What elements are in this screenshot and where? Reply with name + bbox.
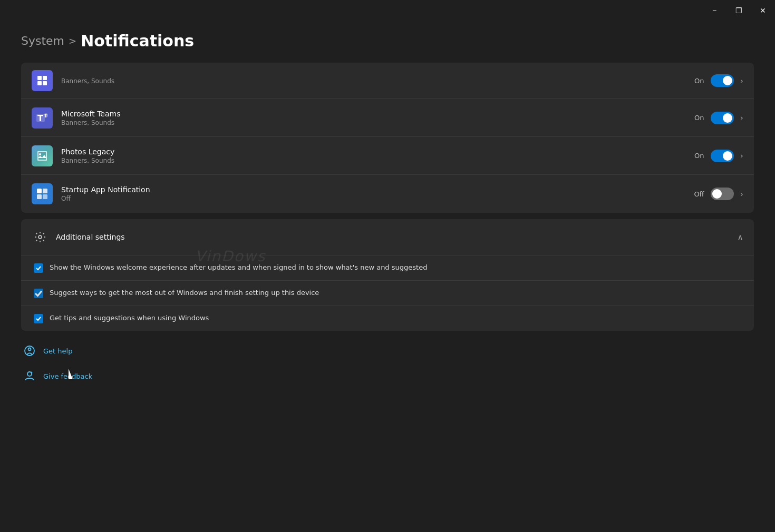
breadcrumb-current: Notifications xyxy=(81,32,194,50)
app-subtitle-photos: Banners, Sounds xyxy=(61,157,694,164)
app-icon-teams: T T xyxy=(32,107,53,129)
minimize-button[interactable]: − xyxy=(702,0,726,21)
restore-button[interactable]: ❐ xyxy=(726,0,751,21)
setting-right-teams: On › xyxy=(694,112,743,124)
main-content: System > Notifications Banners, Sounds O… xyxy=(0,0,775,532)
svg-point-15 xyxy=(28,348,31,351)
get-help-label: Get help xyxy=(43,347,72,355)
app-row-startup: Startup App Notification Off Off › xyxy=(21,175,754,213)
app-subtitle-startup: Off xyxy=(61,195,694,202)
svg-rect-3 xyxy=(43,81,47,85)
checkbox-tips[interactable] xyxy=(34,314,43,323)
title-bar: − ❐ ✕ xyxy=(702,0,775,21)
chevron-right-teams[interactable]: › xyxy=(740,113,743,123)
svg-point-13 xyxy=(38,235,42,239)
app-notifications-list: Banners, Sounds On › T T Micr xyxy=(21,63,754,213)
checkbox-item-tips: Get tips and suggestions when using Wind… xyxy=(21,306,754,331)
app-row-photos: Photos Legacy Banners, Sounds On › xyxy=(21,137,754,175)
give-feedback-label: Give feedback xyxy=(43,372,92,380)
app-icon-partial xyxy=(32,70,53,91)
app-icon-photos xyxy=(32,145,53,166)
svg-rect-0 xyxy=(37,76,42,80)
app-name-startup: Startup App Notification xyxy=(61,185,694,194)
checkbox-label-suggest: Suggest ways to get the most out of Wind… xyxy=(50,288,743,298)
setting-right-startup: Off › xyxy=(694,188,743,200)
app-row-partial: Banners, Sounds On › xyxy=(21,63,754,99)
app-info-startup: Startup App Notification Off xyxy=(61,185,694,202)
svg-point-8 xyxy=(39,153,41,155)
chevron-right-startup[interactable]: › xyxy=(740,189,743,199)
additional-settings-section: Additional settings ∧ Show the Windows w… xyxy=(21,219,754,331)
checkbox-item-welcome: Show the Windows welcome experience afte… xyxy=(21,255,754,281)
setting-right-partial: On › xyxy=(694,74,743,87)
checkbox-welcome[interactable] xyxy=(34,263,43,273)
close-button[interactable]: ✕ xyxy=(751,0,775,21)
footer-links: Get help Give feedback xyxy=(21,339,754,388)
app-name-photos: Photos Legacy xyxy=(61,147,694,156)
toggle-photos[interactable] xyxy=(711,150,734,162)
additional-settings-title: Additional settings xyxy=(56,233,737,241)
setting-right-photos: On › xyxy=(694,150,743,162)
toggle-label-photos: On xyxy=(694,152,704,160)
svg-rect-9 xyxy=(37,189,42,193)
toggle-knob-teams xyxy=(723,113,732,123)
additional-settings-icon xyxy=(32,229,49,245)
additional-settings-header[interactable]: Additional settings ∧ xyxy=(21,219,754,255)
chevron-up-icon[interactable]: ∧ xyxy=(737,232,743,242)
app-info-photos: Photos Legacy Banners, Sounds xyxy=(61,147,694,164)
checkbox-item-suggest: Suggest ways to get the most out of Wind… xyxy=(21,281,754,306)
app-info-partial: Banners, Sounds xyxy=(61,76,694,85)
svg-rect-12 xyxy=(43,194,47,199)
app-name-teams: Microsoft Teams xyxy=(61,110,694,118)
app-row-teams: T T Microsoft Teams Banners, Sounds On › xyxy=(21,99,754,137)
get-help-link[interactable]: Get help xyxy=(21,339,754,362)
toggle-label-partial: On xyxy=(694,77,704,85)
breadcrumb-separator: > xyxy=(69,35,76,46)
breadcrumb-system[interactable]: System xyxy=(21,34,64,47)
breadcrumb: System > Notifications xyxy=(21,32,754,50)
app-icon-startup xyxy=(32,183,53,204)
svg-text:T: T xyxy=(37,113,43,123)
give-feedback-link[interactable]: Give feedback xyxy=(21,364,754,388)
app-info-teams: Microsoft Teams Banners, Sounds xyxy=(61,110,694,126)
chevron-right-photos[interactable]: › xyxy=(740,151,743,161)
toggle-knob-partial xyxy=(723,76,732,85)
toggle-partial[interactable] xyxy=(711,74,734,87)
toggle-label-startup: Off xyxy=(694,190,704,198)
app-subtitle-partial: Banners, Sounds xyxy=(61,77,694,85)
toggle-teams[interactable] xyxy=(711,112,734,124)
get-help-icon xyxy=(23,344,36,357)
checkbox-label-welcome: Show the Windows welcome experience afte… xyxy=(50,263,743,272)
svg-text:T: T xyxy=(44,114,47,119)
checkbox-label-tips: Get tips and suggestions when using Wind… xyxy=(50,313,743,323)
checkbox-suggest[interactable] xyxy=(34,289,43,298)
give-feedback-icon xyxy=(23,370,36,382)
toggle-knob-startup xyxy=(712,189,722,199)
svg-rect-11 xyxy=(37,194,42,199)
toggle-label-teams: On xyxy=(694,114,704,122)
chevron-right-partial[interactable]: › xyxy=(740,76,743,86)
svg-rect-2 xyxy=(37,81,42,85)
toggle-knob-photos xyxy=(723,151,732,161)
app-subtitle-teams: Banners, Sounds xyxy=(61,119,694,126)
toggle-startup[interactable] xyxy=(711,188,734,200)
svg-rect-10 xyxy=(43,189,47,193)
svg-rect-1 xyxy=(43,76,47,80)
